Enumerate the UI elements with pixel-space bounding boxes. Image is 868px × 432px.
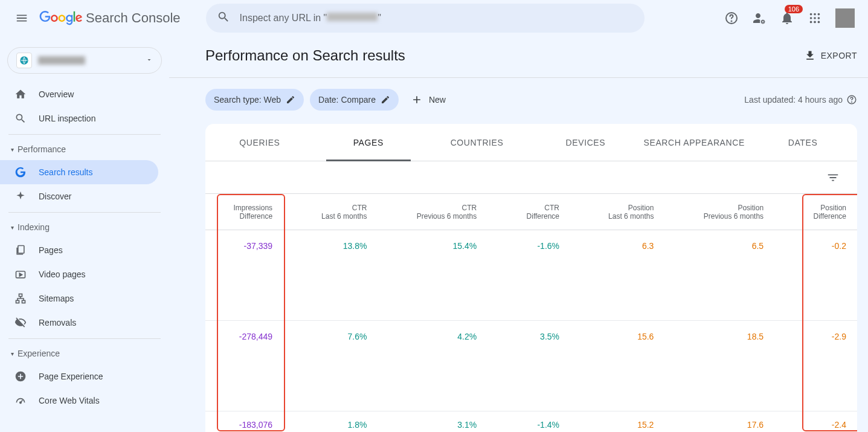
filter-button[interactable] (826, 170, 840, 185)
caret-down-icon: ▾ (11, 350, 14, 357)
tab-queries[interactable]: QUERIES (205, 124, 314, 161)
caret-down-icon: ▾ (11, 146, 14, 153)
svg-point-7 (814, 17, 816, 19)
add-filter-button[interactable]: New (411, 94, 446, 106)
menu-button[interactable] (10, 6, 34, 30)
svg-point-9 (810, 21, 812, 24)
section-performance[interactable]: ▾ Performance (0, 138, 169, 160)
caret-down-icon: ▾ (11, 224, 14, 231)
google-logo-icon (39, 11, 83, 25)
svg-rect-13 (18, 246, 24, 254)
apps-icon (808, 11, 821, 25)
section-indexing[interactable]: ▾ Indexing (0, 216, 169, 238)
tab-pages[interactable]: PAGES (314, 124, 423, 161)
video-icon (14, 268, 28, 280)
th-pos-last[interactable]: PositionLast 6 months (570, 194, 664, 230)
svg-rect-16 (16, 300, 19, 303)
svg-point-2 (762, 21, 764, 23)
nav-overview[interactable]: Overview (0, 82, 158, 106)
download-icon (804, 50, 816, 62)
plus-circle-icon (14, 370, 28, 382)
property-favicon (16, 53, 32, 68)
user-settings-button[interactable] (752, 11, 767, 25)
tab-countries[interactable]: COUNTRIES (423, 124, 532, 161)
svg-point-10 (814, 21, 816, 24)
table-row[interactable]: -37,339 13.8% 15.4% -1.6% 6.3 6.5 -0.2 (205, 230, 857, 321)
th-pos-prev[interactable]: PositionPrevious 6 months (664, 194, 774, 230)
svg-rect-17 (22, 300, 25, 303)
help-icon (724, 11, 739, 25)
last-updated: Last updated: 4 hours ago (744, 94, 857, 105)
nav-video-pages[interactable]: Video pages (0, 262, 158, 286)
google-g-icon (14, 166, 28, 178)
tab-search-appearance[interactable]: SEARCH APPEARANCE (640, 124, 748, 161)
nav-page-experience[interactable]: Page Experience (0, 364, 158, 388)
svg-point-5 (818, 13, 820, 16)
search-icon (217, 10, 230, 26)
nav-core-web-vitals[interactable]: Core Web Vitals (0, 388, 158, 413)
tab-dates[interactable]: DATES (748, 124, 857, 161)
product-name: Search Console (86, 10, 181, 26)
help-button[interactable] (724, 11, 739, 25)
home-icon (14, 88, 28, 100)
apps-button[interactable] (808, 11, 822, 25)
export-button[interactable]: EXPORT (804, 50, 857, 62)
edit-icon (381, 95, 390, 105)
nav-url-inspection[interactable]: URL inspection (0, 106, 158, 131)
table-header: ImpressionsDifference CTRLast 6 months C… (205, 194, 857, 230)
menu-icon (15, 11, 28, 25)
svg-point-19 (20, 402, 22, 404)
discover-icon (14, 190, 28, 202)
data-card: QUERIES PAGES COUNTRIES DEVICES SEARCH A… (205, 124, 857, 432)
svg-rect-15 (19, 294, 22, 297)
visibility-off-icon (14, 317, 28, 329)
th-impressions-diff[interactable]: ImpressionsDifference (205, 194, 283, 230)
nav-search-results[interactable]: Search results (0, 160, 158, 184)
data-table: ImpressionsDifference CTRLast 6 months C… (205, 194, 857, 432)
logo[interactable]: Search Console (39, 10, 181, 26)
divider (8, 134, 161, 135)
svg-point-1 (731, 21, 732, 22)
speedometer-icon (14, 395, 28, 407)
nav-pages[interactable]: Pages (0, 238, 158, 262)
divider (8, 338, 161, 339)
search-placeholder: Inspect any URL in "" (240, 13, 381, 24)
caret-down-icon (146, 55, 153, 66)
svg-point-8 (818, 17, 820, 19)
divider (8, 212, 161, 213)
section-experience[interactable]: ▾ Experience (0, 343, 169, 364)
redacted-property (38, 56, 85, 65)
pages-icon (14, 244, 28, 256)
th-ctr-last[interactable]: CTRLast 6 months (283, 194, 378, 230)
svg-point-3 (810, 13, 812, 16)
filter-icon (826, 171, 840, 184)
divider (169, 77, 868, 78)
avatar[interactable] (835, 8, 855, 28)
plus-icon (411, 94, 423, 106)
svg-point-4 (814, 13, 816, 16)
svg-point-11 (818, 21, 820, 24)
th-pos-diff[interactable]: PositionDifference (774, 194, 857, 230)
help-icon (846, 94, 857, 105)
th-ctr-diff[interactable]: CTRDifference (487, 194, 570, 230)
svg-point-21 (852, 102, 852, 102)
property-selector[interactable] (7, 47, 162, 74)
sitemap-icon (14, 292, 28, 305)
search-icon (14, 112, 28, 124)
date-chip[interactable]: Date: Compare (310, 89, 399, 111)
table-row[interactable]: -183,076 1.8% 3.1% -1.4% 15.2 17.6 -2.4 (205, 411, 857, 432)
page-title: Performance on Search results (205, 47, 405, 64)
search-type-chip[interactable]: Search type: Web (205, 89, 304, 111)
nav-removals[interactable]: Removals (0, 311, 158, 335)
nav-sitemaps[interactable]: Sitemaps (0, 286, 158, 311)
tab-devices[interactable]: DEVICES (531, 124, 640, 161)
redacted-domain (327, 13, 378, 21)
svg-point-6 (810, 17, 812, 19)
th-ctr-prev[interactable]: CTRPrevious 6 months (378, 194, 487, 230)
search-bar[interactable]: Inspect any URL in "" (206, 4, 645, 33)
person-gear-icon (752, 11, 767, 25)
nav-discover[interactable]: Discover (0, 184, 158, 208)
notification-badge: 106 (785, 5, 803, 13)
notifications-button[interactable]: 106 (780, 11, 794, 25)
table-row[interactable]: -278,449 7.6% 4.2% 3.5% 15.6 18.5 -2.9 (205, 321, 857, 411)
